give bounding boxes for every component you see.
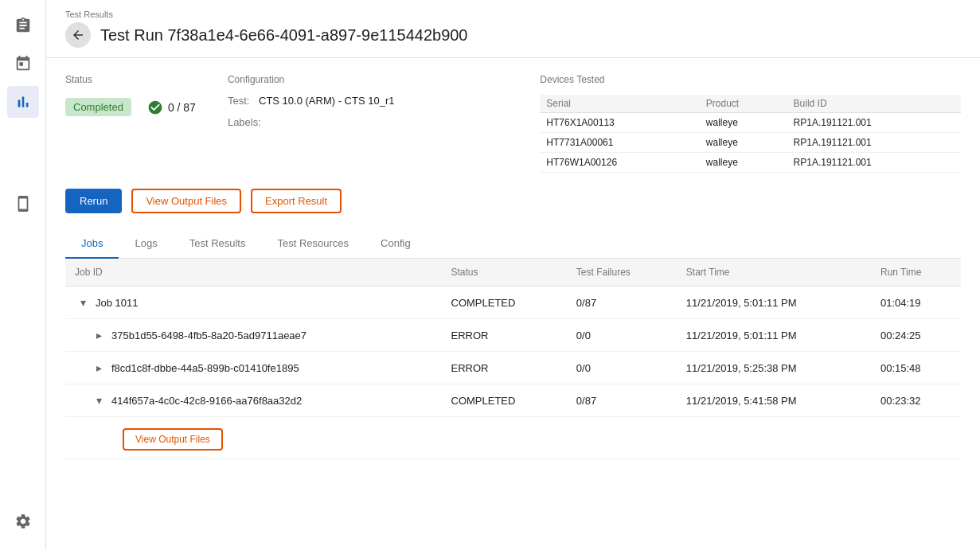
calendar-icon <box>14 55 32 72</box>
job-row: ▸ f8cd1c8f-dbbe-44a5-899b-c01410fe1895 E… <box>65 352 961 384</box>
check-circle-icon <box>147 99 163 115</box>
job-failures: 0/0 <box>567 352 677 384</box>
job-id-value: f8cd1c8f-dbbe-44a5-899b-c01410fe1895 <box>111 362 299 374</box>
jobs-table: Job ID Status Test Failures Start Time R… <box>65 259 961 459</box>
page-title: Test Run 7f38a1e4-6e66-4091-a897-9e11544… <box>100 26 468 45</box>
devices-table: Serial Product Build ID HT76X1A00113 wal… <box>540 95 961 173</box>
expand-button[interactable]: ▾ <box>91 392 107 408</box>
status-block: Status Completed 0 / 87 <box>65 74 196 116</box>
jobs-col-failures: Test Failures <box>567 259 677 287</box>
job-status: COMPLETED <box>442 384 567 417</box>
devices-col-serial: Serial <box>540 95 699 113</box>
job-status: ERROR <box>442 352 567 384</box>
sidebar-item-tasks[interactable] <box>7 10 39 41</box>
job-failures: 0/87 <box>567 384 677 417</box>
config-labels-row: Labels: <box>228 116 508 128</box>
pass-count-value: 0 / 87 <box>168 101 196 114</box>
pass-count: 0 / 87 <box>147 99 196 115</box>
sidebar-item-devices[interactable] <box>7 188 39 220</box>
expand-button[interactable]: ▸ <box>91 327 107 343</box>
devices-block: Devices Tested Serial Product Build ID H… <box>540 74 961 173</box>
view-output-row: View Output Files <box>65 417 961 459</box>
device-product: walleye <box>700 153 787 173</box>
job-start-time: 11/21/2019, 5:25:38 PM <box>677 352 871 384</box>
device-product: walleye <box>700 133 787 153</box>
job-status: COMPLETED <box>442 287 567 319</box>
job-status: ERROR <box>442 319 567 352</box>
job-id-cell: ▸ 375b1d55-6498-4fb5-8a20-5ad9711aeae7 <box>65 319 442 352</box>
expand-button[interactable]: ▾ <box>75 295 91 310</box>
expand-button[interactable]: ▸ <box>91 360 107 376</box>
job-start-time: 11/21/2019, 5:01:11 PM <box>677 287 871 319</box>
tab-test-resources[interactable]: Test Resources <box>261 229 365 259</box>
device-build: RP1A.191121.001 <box>787 133 961 153</box>
status-badge: Completed <box>65 98 131 116</box>
device-build: RP1A.191121.001 <box>787 113 961 133</box>
action-buttons: Rerun View Output Files Export Result <box>65 189 961 213</box>
tab-logs[interactable]: Logs <box>119 229 173 259</box>
tab-config[interactable]: Config <box>365 229 427 259</box>
job-row: ▾ Job 1011 COMPLETED0/8711/21/2019, 5:01… <box>65 287 961 319</box>
rerun-button[interactable]: Rerun <box>65 189 122 213</box>
page-header: Test Results Test Run 7f38a1e4-6e66-4091… <box>46 0 980 58</box>
job-row: ▾ 414f657a-4c0c-42c8-9166-aa76f8aa32d2 C… <box>65 384 961 417</box>
job-id-cell: ▸ f8cd1c8f-dbbe-44a5-899b-c01410fe1895 <box>65 352 442 384</box>
config-labels-key: Labels: <box>228 116 261 128</box>
settings-icon <box>14 513 32 530</box>
export-result-button[interactable]: Export Result <box>251 189 342 213</box>
job-start-time: 11/21/2019, 5:01:11 PM <box>677 319 871 352</box>
device-serial: HT76W1A00126 <box>540 153 699 173</box>
config-test-key: Test: <box>228 95 249 107</box>
sidebar-item-settings[interactable] <box>7 505 39 537</box>
devices-label: Devices Tested <box>540 74 961 85</box>
devices-col-product: Product <box>700 95 787 113</box>
tab-jobs[interactable]: Jobs <box>65 229 119 259</box>
job-id-value: 414f657a-4c0c-42c8-9166-aa76f8aa32d2 <box>111 395 302 407</box>
tabs: Jobs Logs Test Results Test Resources Co… <box>65 229 961 259</box>
job-id-value: Job 1011 <box>96 297 139 309</box>
phone-icon <box>14 195 32 213</box>
device-row: HT76W1A00126 walleye RP1A.191121.001 <box>540 153 961 173</box>
job-run-time: 00:23:32 <box>871 384 961 417</box>
main-content: Test Results Test Run 7f38a1e4-6e66-4091… <box>46 0 980 550</box>
job-id-value: 375b1d55-6498-4fb5-8a20-5ad9711aeae7 <box>111 330 306 341</box>
device-product: walleye <box>700 113 787 133</box>
device-build: RP1A.191121.001 <box>787 153 961 173</box>
config-label: Configuration <box>228 74 508 85</box>
jobs-col-id: Job ID <box>65 259 442 287</box>
status-label: Status <box>65 74 196 85</box>
sidebar <box>0 0 46 550</box>
job-failures: 0/87 <box>567 287 677 319</box>
status-row: Completed 0 / 87 <box>65 98 196 116</box>
jobs-col-runtime: Run Time <box>871 259 961 287</box>
device-row: HT7731A00061 walleye RP1A.191121.001 <box>540 133 961 153</box>
devices-col-build: Build ID <box>787 95 961 113</box>
view-output-files-button[interactable]: View Output Files <box>131 189 241 213</box>
job-start-time: 11/21/2019, 5:41:58 PM <box>677 384 871 417</box>
back-arrow-icon <box>71 28 85 42</box>
job-run-time: 01:04:19 <box>871 287 961 319</box>
chart-icon <box>14 93 32 111</box>
job-run-time: 00:24:25 <box>871 319 961 352</box>
content-area: Status Completed 0 / 87 Configuration Te… <box>46 58 980 550</box>
title-row: Test Run 7f38a1e4-6e66-4091-a897-9e11544… <box>65 22 961 57</box>
job-id-cell: ▾ 414f657a-4c0c-42c8-9166-aa76f8aa32d2 <box>65 384 442 417</box>
device-row: HT76X1A00113 walleye RP1A.191121.001 <box>540 113 961 133</box>
back-button[interactable] <box>65 22 91 48</box>
breadcrumb: Test Results <box>65 10 961 19</box>
jobs-col-status: Status <box>442 259 567 287</box>
job-row: ▸ 375b1d55-6498-4fb5-8a20-5ad9711aeae7 E… <box>65 319 961 352</box>
sidebar-item-schedule[interactable] <box>7 48 39 80</box>
config-test-row: Test: CTS 10.0 (ARM) - CTS 10_r1 <box>228 95 508 107</box>
job-failures: 0/0 <box>567 319 677 352</box>
sidebar-item-analytics[interactable] <box>7 86 39 118</box>
info-section: Status Completed 0 / 87 Configuration Te… <box>65 74 961 173</box>
view-output-files-inline-button[interactable]: View Output Files <box>123 428 223 451</box>
tab-test-results[interactable]: Test Results <box>174 229 262 259</box>
device-serial: HT7731A00061 <box>540 133 699 153</box>
job-id-cell: ▾ Job 1011 <box>65 287 442 319</box>
clipboard-list-icon <box>14 17 32 34</box>
job-run-time: 00:15:48 <box>871 352 961 384</box>
configuration-block: Configuration Test: CTS 10.0 (ARM) - CTS… <box>228 74 508 131</box>
jobs-col-start: Start Time <box>677 259 871 287</box>
